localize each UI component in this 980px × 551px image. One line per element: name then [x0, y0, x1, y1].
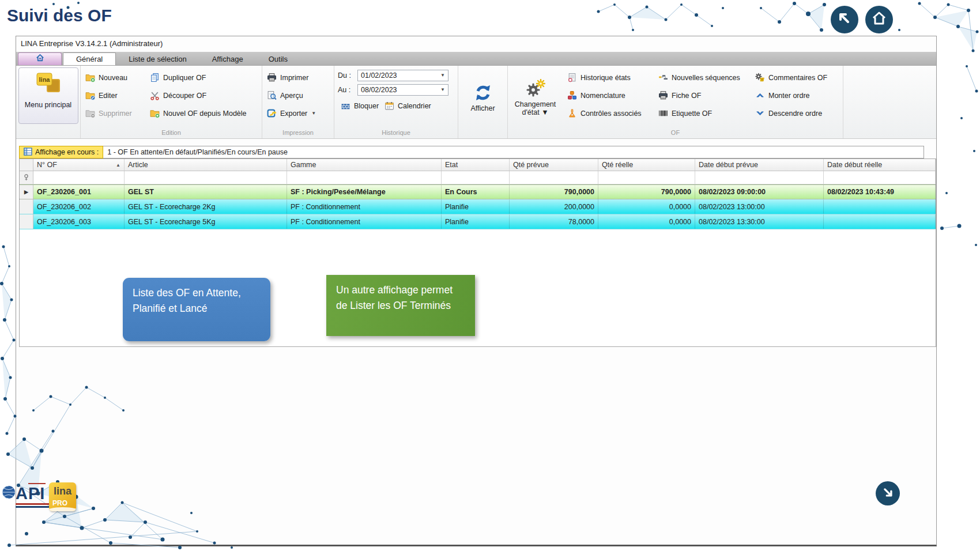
exporter-button[interactable]: Exporter▼	[262, 104, 321, 122]
dropdown-caret-icon: ▼	[440, 87, 445, 92]
dropdown-caret-icon: ▼	[440, 73, 445, 78]
nav-next-button[interactable]	[876, 481, 900, 505]
nouvel-of-depuis-modele-button[interactable]: Nouvel OF depuis Modèle	[145, 104, 261, 122]
nav-home-button[interactable]	[865, 6, 893, 33]
lina-pro-logo: lina PRO	[49, 482, 76, 511]
svg-text:lina: lina	[39, 76, 50, 83]
doc-history-icon	[567, 73, 577, 82]
filter-cell[interactable]	[510, 171, 598, 184]
filter-cell[interactable]	[598, 171, 695, 184]
ribbon-group-label: Historique	[334, 129, 458, 138]
date-to-field[interactable]: 08/02/2023 ▼	[357, 84, 448, 96]
table-row[interactable]: ▶OF_230206_001GEL STSF : Picking/Pesée/M…	[20, 184, 936, 199]
cell-gamme: SF : Picking/Pesée/Mélange	[287, 185, 442, 199]
monter-ordre-button[interactable]: Monter ordre	[751, 86, 843, 104]
view-selector[interactable]: 1 - OF En attente/En défaut/Planifiés/En…	[103, 146, 924, 158]
fiche-of-button[interactable]: Fiche OF	[654, 86, 751, 104]
filter-cell[interactable]	[824, 171, 936, 184]
table-header-row: N° OF▲ArticleGammeEtatQté prévueQté réel…	[20, 159, 936, 171]
cell-qte_prevue: 790,0000	[510, 185, 598, 199]
tab-general[interactable]: Général	[63, 52, 116, 65]
column-header-n-of[interactable]: N° OF▲	[33, 159, 125, 171]
imprimer-button[interactable]: Imprimer	[262, 69, 321, 86]
column-header-article[interactable]: Article	[125, 159, 287, 171]
dupliquer-of-button[interactable]: Dupliquer OF	[145, 69, 261, 86]
folder-gray-icon	[85, 108, 95, 118]
button-label: Aperçu	[280, 92, 303, 100]
sequence-icon	[658, 73, 668, 82]
column-header-label: Date début réelle	[827, 161, 882, 169]
filter-cell[interactable]	[33, 171, 125, 184]
column-header-date-debut-prevue[interactable]: Date début prévue	[695, 159, 824, 171]
etiquette-of-button[interactable]: Etiquette OF	[654, 104, 751, 122]
flask-icon	[567, 108, 577, 118]
button-label: Bloquer	[354, 102, 379, 110]
nav-back-button[interactable]	[831, 6, 858, 33]
column-header-label: N° OF	[37, 161, 57, 169]
pro-wordmark: PRO	[52, 499, 76, 507]
descendre-ordre-button[interactable]: Descendre ordre	[751, 104, 843, 122]
nomenclature-button[interactable]: Nomenclature	[563, 86, 654, 104]
button-label: Imprimer	[280, 74, 308, 82]
filter-cell[interactable]	[287, 171, 442, 184]
column-header-label: Qté prévue	[513, 161, 549, 169]
tab-outils[interactable]: Outils	[256, 52, 300, 65]
button-label: Historique états	[581, 74, 631, 82]
column-header-qte-prevue[interactable]: Qté prévue	[510, 159, 598, 171]
cell-qte_reelle: 0,0000	[598, 199, 695, 214]
ribbon-group-impression: ImprimerAperçuExporter▼ Impression	[262, 66, 334, 138]
column-header-etat[interactable]: Etat	[442, 159, 510, 171]
cell-etat: Planifie	[442, 199, 510, 214]
ribbon-tab-bar: Général Liste de sélection Affichage Out…	[16, 52, 936, 66]
column-header-qte-reelle[interactable]: Qté réelle	[598, 159, 695, 171]
afficher-button[interactable]: Afficher	[458, 66, 507, 129]
column-header-label: Etat	[445, 161, 458, 169]
button-label: Fiche OF	[672, 92, 701, 100]
folder-plus-icon	[85, 73, 95, 82]
menu-principal-button[interactable]: lina Menu principal	[18, 67, 78, 124]
calendrier-button[interactable]: Calendrier	[382, 97, 434, 115]
ribbon-groups: NouveauEditerSupprimer Dupliquer OFDécou…	[81, 66, 936, 138]
nouveau-button[interactable]: Nouveau	[81, 69, 145, 86]
api-globe-icon	[2, 485, 16, 501]
window-title: LINA Entreprise V3.14.2.1 (Administrateu…	[21, 39, 163, 48]
cell-of: OF_230206_001	[33, 185, 125, 199]
cell-gamme: PF : Conditionnement	[287, 199, 442, 214]
apercu-button[interactable]: Aperçu	[262, 86, 321, 104]
bloquer-button[interactable]: Bloquer	[338, 97, 382, 115]
table-row[interactable]: OF_230206_002GEL ST - Ecorecharge 2KgPF …	[20, 199, 936, 214]
page-title: Suivi des OF	[7, 6, 112, 25]
copy-icon	[150, 73, 160, 82]
date-from-field[interactable]: 01/02/2023 ▼	[357, 70, 448, 81]
gears-icon	[526, 79, 545, 99]
historique-etats-button[interactable]: Historique états	[563, 69, 654, 86]
decouper-of-button[interactable]: Découper OF	[145, 86, 261, 104]
filter-row	[20, 171, 936, 184]
button-label: Nouvelles séquences	[672, 74, 740, 82]
changement-d-etat-button[interactable]: Changementd'état ▼	[508, 66, 563, 129]
commentaires-of-button[interactable]: Commentaires OF	[751, 69, 843, 86]
filter-cell[interactable]	[442, 171, 510, 184]
row-selector-cell: ▶	[20, 185, 33, 199]
table-row[interactable]: OF_230206_003GEL ST - Ecorecharge 5KgPF …	[20, 214, 936, 229]
cell-etat: En Cours	[442, 185, 510, 199]
cell-qte_prevue: 200,0000	[510, 199, 598, 214]
tab-home-button[interactable]	[18, 52, 62, 65]
controles-associes-button[interactable]: Contrôles associés	[563, 104, 654, 122]
button-label: Nomenclature	[581, 92, 625, 100]
supprimer-button: Supprimer	[81, 104, 145, 122]
button-label: Contrôles associés	[581, 110, 642, 118]
row-selector-cell	[20, 199, 33, 214]
button-label: Etiquette OF	[672, 110, 712, 118]
tab-liste-de-selection[interactable]: Liste de sélection	[116, 52, 199, 65]
row-selector-cell	[20, 214, 33, 229]
editer-button[interactable]: Editer	[81, 86, 145, 104]
cell-date_prevue: 08/02/2023 09:00:00	[695, 185, 824, 199]
view-label: Affichage en cours :	[35, 148, 99, 156]
tab-affichage[interactable]: Affichage	[199, 52, 256, 65]
nouvelles-sequences-button[interactable]: Nouvelles séquences	[654, 69, 751, 86]
column-header-date-debut-reelle[interactable]: Date début réelle	[824, 159, 936, 171]
column-header-gamme[interactable]: Gamme	[287, 159, 442, 171]
filter-cell[interactable]	[695, 171, 824, 184]
filter-cell[interactable]	[125, 171, 287, 184]
